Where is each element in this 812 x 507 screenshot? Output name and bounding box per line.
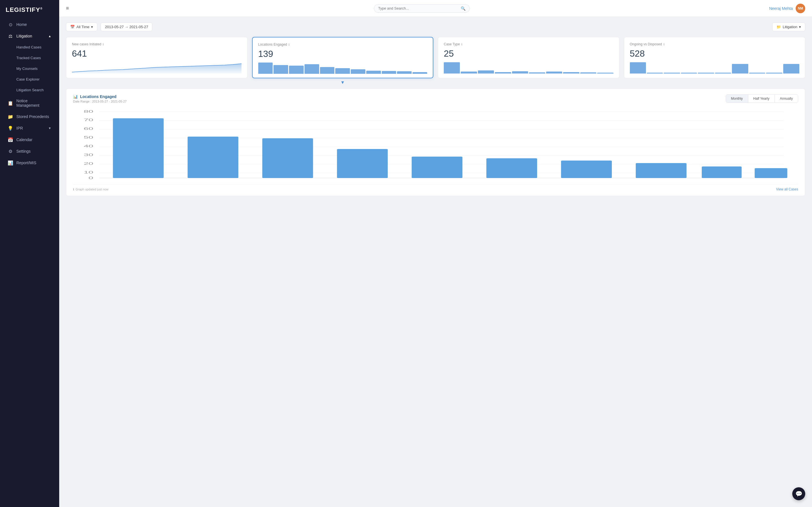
mini-bar-item bbox=[273, 65, 288, 74]
stat-card-new-cases[interactable]: New cases Initiated ℹ 641 bbox=[66, 37, 248, 78]
dropdown-arrow-icon: ▾ bbox=[91, 25, 93, 29]
svg-text:Jaipur: Jaipur bbox=[277, 180, 299, 181]
chevron-up-icon: ▲ bbox=[48, 34, 51, 38]
stat-title: New cases Initiated ℹ bbox=[72, 42, 242, 46]
ipr-icon: 💡 bbox=[8, 126, 13, 131]
precedents-icon: 📁 bbox=[8, 114, 13, 119]
chart-title-area: 📊 Locations Engaged Date Range : 2013-05… bbox=[73, 94, 126, 103]
notice-icon: 📋 bbox=[8, 101, 13, 106]
litigation-icon: ⚖ bbox=[8, 34, 13, 39]
sidebar-item-home[interactable]: ⊙ Home bbox=[2, 19, 57, 30]
sidebar-item-calendar[interactable]: 📅 Calendar bbox=[2, 134, 57, 145]
sidebar-item-litigation[interactable]: ⚖ Litigation ▲ bbox=[2, 31, 57, 42]
sidebar-item-label: Stored Precedents bbox=[16, 114, 51, 119]
sidebar-item-my-counsels[interactable]: My Counsels bbox=[2, 63, 57, 74]
sidebar-item-label: Report/MIS bbox=[16, 161, 51, 165]
svg-text:Ernakulam: Ernakulam bbox=[752, 180, 790, 181]
filter-all-time[interactable]: 📅 All Time ▾ bbox=[66, 22, 97, 31]
mini-bar-item bbox=[630, 62, 646, 73]
period-annually-button[interactable]: Annually bbox=[775, 95, 798, 103]
sidebar-item-stored-precedents[interactable]: 📁 Stored Precedents bbox=[2, 111, 57, 122]
svg-text:40: 40 bbox=[84, 144, 93, 148]
chart-footer: ℹ Graph updated just now View all Cases bbox=[73, 184, 798, 191]
sidebar-item-label: Case Explorer bbox=[16, 77, 51, 81]
stat-value: 139 bbox=[258, 49, 427, 59]
mini-bar-item bbox=[698, 73, 714, 73]
folder-icon: 📁 bbox=[776, 25, 781, 29]
chart-header: 📊 Locations Engaged Date Range : 2013-05… bbox=[73, 94, 798, 103]
stat-card-case-type[interactable]: Case Type ℹ 25 bbox=[438, 37, 619, 78]
bar-chart-area: 80 70 60 50 40 30 20 10 0 bbox=[73, 108, 798, 181]
stat-value: 25 bbox=[444, 48, 613, 59]
svg-text:Lucknow: Lucknow bbox=[197, 180, 229, 181]
mini-bar-item bbox=[664, 73, 680, 73]
sidebar-item-case-explorer[interactable]: Case Explorer bbox=[2, 74, 57, 84]
mini-bar-item bbox=[412, 72, 427, 74]
report-icon: 📊 bbox=[8, 160, 13, 165]
mini-bar-item bbox=[732, 64, 748, 73]
bar-chandigarh[interactable] bbox=[636, 163, 687, 178]
bar-kochi[interactable] bbox=[337, 149, 388, 178]
mini-bar-item bbox=[715, 73, 731, 73]
stat-card-locations-engaged[interactable]: Locations Engaged ℹ 139 bbox=[252, 37, 434, 78]
bar-delhi[interactable] bbox=[113, 118, 163, 178]
sidebar-item-report[interactable]: 📊 Report/MIS bbox=[2, 157, 57, 168]
chat-fab-button[interactable]: 💬 bbox=[792, 487, 805, 500]
svg-text:20: 20 bbox=[84, 162, 93, 165]
topbar: ≡ 🔍 Neeraj Mehta NM bbox=[59, 0, 812, 17]
user-profile[interactable]: Neeraj Mehta NM bbox=[769, 4, 805, 13]
chart-period-buttons: Monthly Half Yearly Annually bbox=[726, 94, 798, 103]
menu-icon[interactable]: ≡ bbox=[66, 5, 69, 11]
period-half-yearly-button[interactable]: Half Yearly bbox=[748, 95, 775, 103]
mini-bar-item bbox=[546, 71, 562, 73]
mini-bar-item bbox=[766, 73, 782, 73]
sidebar-item-settings[interactable]: ⚙ Settings bbox=[2, 146, 57, 157]
mini-bar-item bbox=[289, 66, 304, 74]
mini-bar-item bbox=[512, 71, 528, 73]
mini-bar-item bbox=[647, 73, 663, 73]
bar-patna[interactable] bbox=[486, 158, 537, 178]
mini-bar-item bbox=[258, 62, 273, 74]
logo-text: LEGISTIFY bbox=[6, 6, 40, 13]
mini-bar-item bbox=[783, 64, 799, 73]
sidebar-item-label: IPR bbox=[16, 126, 47, 130]
date-range-value: 2013-05-27 → 2021-05-27 bbox=[105, 25, 148, 29]
sidebar-item-label: Home bbox=[16, 22, 51, 27]
chart-update-info: ℹ Graph updated just now bbox=[73, 187, 109, 191]
mini-bar-item bbox=[529, 72, 545, 73]
sidebar-navigation: ⊙ Home ⚖ Litigation ▲ Handled Cases Trac… bbox=[0, 18, 59, 507]
sidebar-item-ipr[interactable]: 💡 IPR ▼ bbox=[2, 122, 57, 134]
filter-category[interactable]: 📁 Litigation ▾ bbox=[772, 22, 805, 31]
sidebar-item-notice-management[interactable]: 📋 Notice Management bbox=[2, 96, 57, 111]
stat-card-ongoing-disposed[interactable]: Ongoing vs Disposed ℹ 528 bbox=[624, 37, 806, 78]
search-icon[interactable]: 🔍 bbox=[461, 6, 465, 11]
bar-ernakulam[interactable] bbox=[755, 168, 788, 178]
stat-value: 641 bbox=[72, 48, 242, 59]
info-icon: ℹ bbox=[461, 43, 462, 46]
info-icon: ℹ bbox=[663, 43, 665, 46]
search-box[interactable]: 🔍 bbox=[374, 4, 470, 13]
bar-jaipur[interactable] bbox=[262, 138, 313, 178]
bar-indore[interactable] bbox=[702, 166, 742, 178]
chart-section: 📊 Locations Engaged Date Range : 2013-05… bbox=[66, 89, 805, 196]
bar-lucknow[interactable] bbox=[188, 136, 238, 178]
period-monthly-button[interactable]: Monthly bbox=[726, 95, 748, 103]
mini-bar-item bbox=[495, 72, 511, 73]
svg-text:10: 10 bbox=[84, 170, 93, 174]
search-input[interactable] bbox=[378, 6, 461, 10]
stat-title: Case Type ℹ bbox=[444, 42, 613, 46]
view-all-link[interactable]: View all Cases bbox=[776, 187, 798, 191]
user-avatar[interactable]: NM bbox=[796, 4, 805, 13]
bar-faridabad[interactable] bbox=[412, 157, 462, 178]
svg-text:30: 30 bbox=[84, 153, 93, 157]
sidebar-item-label: Handled Cases bbox=[16, 45, 51, 49]
stat-title: Locations Engaged ℹ bbox=[258, 43, 427, 47]
category-label: Litigation bbox=[783, 25, 797, 29]
bar-ghaziabad[interactable] bbox=[561, 161, 612, 178]
filter-date-range[interactable]: 2013-05-27 → 2021-05-27 bbox=[101, 22, 152, 31]
svg-text:Chandigarh: Chandigarh bbox=[641, 180, 682, 181]
stat-value: 528 bbox=[630, 48, 800, 59]
sidebar-item-handled-cases[interactable]: Handled Cases bbox=[2, 42, 57, 52]
sidebar-item-tracked-cases[interactable]: Tracked Cases bbox=[2, 53, 57, 63]
sidebar-item-litigation-search[interactable]: Litigation Search bbox=[2, 85, 57, 95]
